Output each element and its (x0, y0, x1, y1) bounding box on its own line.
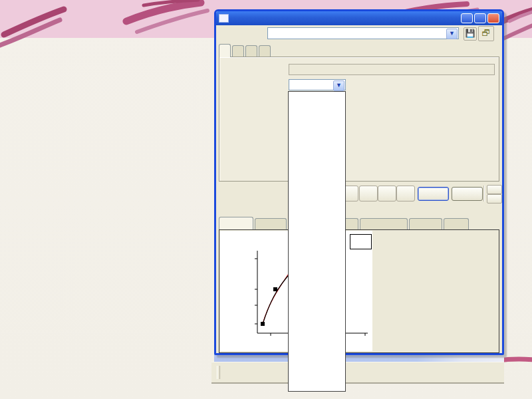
dialog-icon (219, 14, 229, 23)
save-theme-button[interactable]: 💾 (464, 27, 477, 41)
app-window-edge (214, 354, 504, 362)
maximize-button[interactable] (474, 13, 486, 23)
cancel-button[interactable] (452, 187, 483, 201)
tab-hints[interactable] (444, 218, 469, 229)
chevron-down-icon[interactable]: ▼ (333, 80, 344, 91)
slide-caption (19, 70, 207, 92)
category-field (289, 64, 495, 75)
tab-code[interactable] (232, 45, 244, 57)
tab-bounds[interactable] (259, 45, 271, 57)
function-dropdown-list (288, 91, 346, 392)
minimize-button[interactable] (461, 13, 473, 23)
close-button[interactable] (487, 13, 499, 23)
dialog-titlebar[interactable] (216, 11, 502, 25)
fit-one-iteration-button[interactable] (378, 186, 396, 201)
tab-function-file[interactable] (360, 218, 408, 229)
toolbar-grip[interactable] (217, 366, 220, 379)
tab-parameters[interactable] (245, 45, 257, 57)
nlfit-dialog: ▼ 💾 🗗 ▼ (214, 9, 504, 355)
save-as-button[interactable]: 🗗 (478, 26, 494, 41)
chevron-down-icon[interactable]: ▼ (446, 29, 458, 39)
app-toolbar (211, 362, 504, 384)
dialog-tabs (219, 45, 271, 57)
divider (483, 186, 485, 201)
tab-residual[interactable] (409, 218, 442, 229)
fit-button[interactable] (418, 187, 449, 201)
tab-settings[interactable] (219, 44, 231, 57)
slide-background: ▼ 💾 🗗 ▼ (0, 0, 532, 399)
fit-until-converged-button[interactable] (396, 186, 415, 201)
expand-panel-button[interactable] (487, 194, 502, 203)
fit-curve-panel (219, 229, 499, 353)
function-list-item[interactable] (289, 92, 345, 99)
collapse-panel-button[interactable] (487, 185, 502, 194)
plot-legend (350, 234, 372, 249)
function-combobox[interactable]: ▼ (289, 79, 346, 90)
chi-squared-button[interactable] (359, 186, 378, 201)
tab-formula[interactable] (255, 218, 287, 229)
tab-fit-curve[interactable] (219, 217, 253, 229)
dialog-theme-combobox[interactable]: ▼ (267, 27, 459, 39)
settings-panel: ▼ (219, 57, 499, 182)
